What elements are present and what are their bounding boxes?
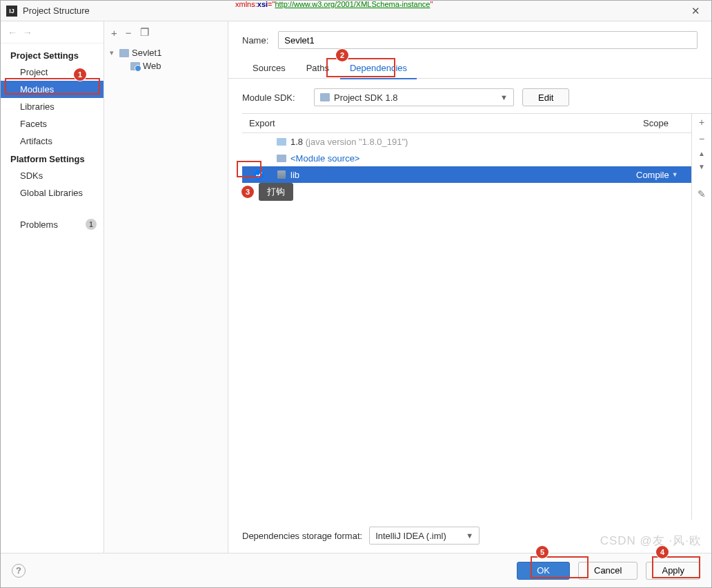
annotation-marker-2: 2	[336, 49, 348, 61]
module-icon	[119, 49, 129, 57]
tree-node-web[interactable]: Web	[104, 59, 228, 72]
tree-remove-icon[interactable]: −	[126, 27, 132, 39]
xml-artifact: xmlns:xsi="http://www.w3.org/2001/XMLSch…	[235, 0, 433, 9]
folder-icon	[277, 155, 286, 162]
sidebar-item-modules[interactable]: Modules	[1, 81, 103, 98]
dep-row-sdk[interactable]: 1.8 (java version "1.8.0_191")	[242, 133, 691, 150]
name-label: Name:	[242, 35, 268, 46]
module-tree-panel: + − ❐ ▾ Sevlet1 Web	[104, 21, 228, 553]
close-icon[interactable]: ✕	[685, 5, 706, 17]
sidebar-item-problems[interactable]: Problems 1	[1, 215, 103, 233]
nav-forward-icon[interactable]: →	[23, 27, 32, 38]
main-panel: Name: Sources Paths Dependencies Module …	[228, 21, 711, 553]
dep-row-lib[interactable]: lib Compile▼	[242, 166, 691, 183]
annotation-tooltip: 打钩	[259, 183, 293, 201]
watermark: CSDN @友 ·风·欧	[600, 533, 702, 549]
col-export: Export	[242, 114, 636, 133]
export-checkbox[interactable]	[255, 170, 264, 179]
sidebar-item-sdks[interactable]: SDKs	[1, 167, 103, 184]
annotation-marker-3: 3	[241, 186, 254, 198]
tab-paths[interactable]: Paths	[296, 57, 339, 79]
edit-sdk-button[interactable]: Edit	[522, 88, 569, 106]
tab-dependencies[interactable]: Dependencies	[339, 57, 417, 79]
sidebar-item-project[interactable]: Project	[1, 63, 103, 81]
chevron-down-icon: ▼	[500, 93, 508, 101]
sidebar-item-libraries[interactable]: Libraries	[1, 98, 103, 115]
tree-node-root[interactable]: ▾ Sevlet1	[104, 46, 228, 59]
nav-back-icon[interactable]: ←	[8, 27, 17, 38]
folder-icon	[277, 138, 286, 146]
module-sdk-label: Module SDK:	[242, 92, 306, 103]
storage-format-combo[interactable]: IntelliJ IDEA (.iml) ▼	[369, 527, 479, 545]
section-platform-settings: Platform Settings	[1, 150, 103, 167]
section-project-settings: Project Settings	[1, 46, 103, 63]
ok-button[interactable]: OK	[517, 562, 570, 580]
chevron-down-icon: ▼	[466, 531, 473, 540]
annotation-marker-4: 4	[656, 546, 669, 558]
dep-row-module-source[interactable]: <Module source>	[242, 150, 691, 166]
tree-add-icon[interactable]: +	[111, 27, 117, 39]
edit-dep-icon[interactable]: ✎	[698, 188, 706, 199]
cancel-button[interactable]: Cancel	[578, 562, 637, 580]
caret-down-icon: ▾	[110, 48, 117, 57]
move-up-icon[interactable]: ▲	[698, 150, 705, 157]
sidebar: ← → Project Settings Project Modules Lib…	[1, 21, 104, 553]
chevron-down-icon: ▼	[672, 171, 678, 178]
sdk-icon	[320, 93, 330, 101]
problems-count-badge: 1	[86, 219, 97, 230]
module-name-input[interactable]	[278, 31, 698, 49]
add-dep-icon[interactable]: +	[699, 117, 704, 128]
remove-dep-icon[interactable]: −	[699, 133, 704, 144]
module-sdk-combo[interactable]: Project SDK 1.8 ▼	[314, 88, 514, 106]
app-icon: IJ	[6, 6, 17, 17]
sidebar-item-global-libraries[interactable]: Global Libraries	[1, 184, 103, 202]
col-scope: Scope	[636, 114, 691, 133]
web-facet-icon	[130, 62, 140, 70]
apply-button[interactable]: Apply	[646, 562, 700, 580]
library-icon	[277, 170, 286, 179]
storage-label: Dependencies storage format:	[242, 531, 362, 541]
help-button[interactable]: ?	[12, 564, 26, 578]
annotation-marker-1: 1	[74, 68, 86, 81]
tree-copy-icon[interactable]: ❐	[140, 26, 149, 39]
deps-side-tools: + − ▲ ▼ ✎	[692, 114, 711, 520]
tab-sources[interactable]: Sources	[242, 57, 296, 79]
sidebar-item-artifacts[interactable]: Artifacts	[1, 133, 103, 150]
sidebar-item-facets[interactable]: Facets	[1, 115, 103, 133]
annotation-marker-5: 5	[536, 546, 548, 558]
move-down-icon[interactable]: ▼	[698, 163, 705, 170]
